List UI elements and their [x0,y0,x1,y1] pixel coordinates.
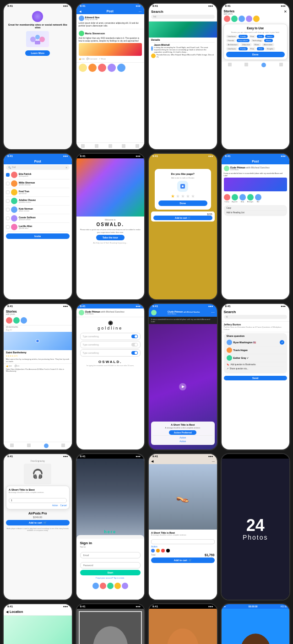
p13-action-link[interactable]: Action [52,504,58,507]
p4-tags: Interfaces Family Pets Pets Nature Frien… [226,35,285,50]
p5-check-4[interactable] [6,199,10,203]
p3-search[interactable]: fed [151,15,215,19]
p8-post: Clyde Pittman with Micheal Sanchez Good … [222,164,290,193]
p2-nav-activity[interactable] [122,144,125,148]
p4-story-av-1 [224,16,230,22]
p14-start-btn[interactable]: Start [80,570,141,575]
status-bar-7: 9:41 ●●● [149,154,217,158]
p5-person-3: Fred Tran @fred.tran [6,188,70,197]
status-bar-11: 9:41 ●●● [149,304,217,308]
p4-nav-home[interactable] [228,63,232,66]
p5-people-list: Etta Patrick @etta.patrick Millie Sherma… [4,171,72,232]
p10-input-2[interactable]: Type something [80,341,141,348]
p9-nav-2[interactable] [27,444,31,447]
p15-color-blue[interactable] [151,549,155,552]
p15-color-red[interactable] [161,549,165,552]
p9-nav-3[interactable] [44,444,49,448]
p13-add-cart-btn[interactable]: Add to cart 🛒 [6,520,70,525]
p5-check-5[interactable] [6,208,10,211]
p6-top-image [76,158,145,216]
p11-action-link[interactable]: Action [153,439,213,443]
p7-done-btn[interactable]: Done [158,200,207,206]
status-bar-9: 9:41 ●●● [4,304,72,308]
p2-story-av-2 [88,64,97,72]
p6-footer-text: As Holy Live ft Tech Roundup Improving..… [93,242,127,244]
p9-nav-1[interactable] [10,444,14,447]
p15-action-btn[interactable]: Action [151,545,215,548]
p12-share-via-action[interactable]: ↗ Share question via... [227,367,285,371]
status-bar-17: 9:41 ●●● [4,604,72,609]
p5-check-3[interactable] [6,190,10,194]
p11-play-btn[interactable]: ▶ [179,383,186,390]
p15-input[interactable] [151,539,215,544]
p5-check-6[interactable] [6,216,10,220]
p8-copy-action[interactable]: Copy [225,206,287,211]
p19-camera-preview [149,609,217,644]
p12-search[interactable]: fd [224,315,288,319]
p9-nav-4[interactable] [61,444,65,447]
p17-header: ◀ Location [4,609,72,616]
p6-bottom-card: Welcome to OSWALD. Please take a quick t… [76,216,145,299]
p5-av-1 [11,172,17,178]
p10-toggle-2[interactable] [131,343,138,346]
p14-email-input[interactable] [80,552,141,558]
p13-cancel-link[interactable]: Cancel [60,504,66,507]
p8-share-andy: Andy [239,194,246,203]
status-bar-15: 9:41 ●●● [149,454,217,459]
p5-check-1[interactable] [6,173,10,177]
p16-photos-content: 24 Photos [222,459,290,600]
p2-nav-profile[interactable] [136,144,139,148]
p10-logo-icon: ◉ [108,319,113,326]
phone-10: 9:41 ●●● Clyde Pittman with Micheal Sanc… [76,303,146,450]
p8-share-augusten: Augusten [232,194,238,203]
p12-send-btn[interactable]: Send [224,376,288,380]
p10-toggle-3[interactable] [131,351,138,355]
p1-learn-more-btn[interactable]: Learn More [25,50,50,56]
p8-reading-list-action[interactable]: Add to Reading List [225,211,287,215]
status-bar-1: 9:41 ●●● [4,4,72,8]
p10-input-3[interactable]: Type something [80,349,141,357]
p14-password-input[interactable] [80,562,141,568]
p4-nav-profile[interactable] [279,63,283,66]
p5-person-1: Etta Patrick @etta.patrick [6,171,70,179]
p5-invite-btn[interactable]: Invite [6,233,70,239]
p4-nav-search[interactable] [244,63,248,66]
p12-bookmark-action[interactable]: 🔖 Add question to Bookmarks [227,363,285,367]
p13-modal: A Short Title is Best A message should b… [6,486,70,509]
phone-15: 9:41 ●●● ◀ ⋯ 👡 A Short Title is Best A m… [148,453,218,601]
p2-nav-add[interactable] [109,144,112,148]
p11-action-preferred-btn[interactable]: Action Preferred [169,430,196,435]
p12-check-1[interactable]: ✓ [280,340,284,345]
p4-close-icon[interactable]: ✕ [284,10,287,15]
phone-17: 9:41 ●●● ◀ Location Audio player softwar… [3,603,73,644]
p9-story-av-2 [13,317,20,324]
p5-person-2: Millie Sherman @millie.sherman [6,179,70,188]
p11-action-btn[interactable]: Action [153,435,213,439]
p4-nav-notifications[interactable] [261,63,266,67]
p15-color-black[interactable] [166,549,170,552]
p2-nav-search[interactable] [95,144,98,148]
p2-nav-home[interactable] [81,144,85,148]
p13-quantity-input[interactable] [9,498,67,503]
p2-story-av-1 [79,64,87,72]
p5-header: Post [4,158,72,164]
p15-color-yellow[interactable] [156,549,160,552]
p4-done-btn[interactable]: Done [226,52,285,57]
p5-check-7[interactable] [6,225,10,229]
p12-share-esther: Esther Gray ✓ [225,354,286,362]
p13-modal-actions: Action Cancel [9,504,67,507]
p5-check-2[interactable] [6,182,10,185]
phone-19: 9:41 ●●● Courses Certificates 11 Share [148,603,218,644]
p8-share-av-5 [255,194,261,200]
p7-stars: ★ ★ ★ ★ ★ [158,194,207,199]
p5-person-4: Adaline Chavez @adaline.chavez [6,197,70,206]
p5-search[interactable]: 🔍 Dad ✕ [6,165,70,170]
status-bar-14: 9:41 ●●● [76,454,145,459]
p6-take-tour-btn[interactable]: Take the tour [96,235,125,240]
p10-toggle-1[interactable] [131,335,138,338]
p10-input-1[interactable]: Type something [80,333,141,340]
p10-form: Type something Type something Type somet… [76,332,145,357]
p15-add-cart-btn[interactable]: Add to cart 🛒 [151,557,215,563]
p7-add-cart-btn[interactable]: Add to cart 🛒 [153,216,212,220]
p1-title: Great for membership sites or social net… [5,23,70,29]
